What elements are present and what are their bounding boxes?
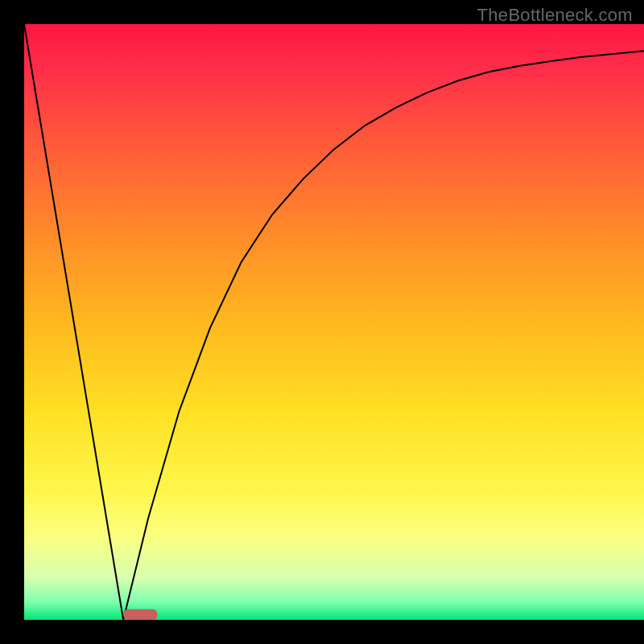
chart-container: { "watermark": "TheBottleneck.com", "plo… [0, 0, 644, 644]
plot-background [24, 24, 644, 620]
watermark-text: TheBottleneck.com [477, 5, 633, 26]
min-marker [123, 609, 157, 620]
chart-svg [0, 0, 644, 644]
